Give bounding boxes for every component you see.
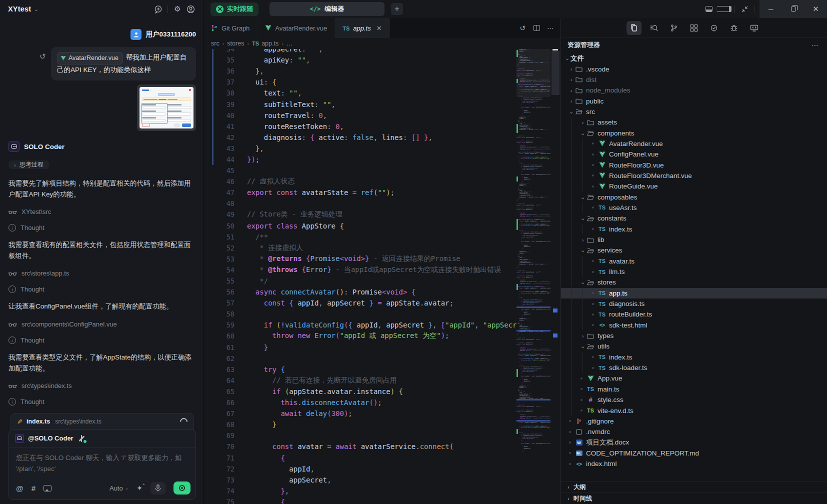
- tree-row-assets[interactable]: ›assets: [561, 117, 827, 128]
- tree-row-avatarrender.vue[interactable]: AvatarRender.vue: [561, 138, 827, 149]
- tree-row-app.ts[interactable]: TSapp.ts: [561, 288, 827, 298]
- tab-avatarrender-vue[interactable]: AvatarRender.vue: [258, 18, 335, 38]
- tree-row-routefloor3d.vue[interactable]: RouteFloor3D.vue: [561, 160, 827, 170]
- microphone-button[interactable]: [150, 482, 166, 494]
- tree-row-app.vue[interactable]: App.vue: [561, 373, 827, 384]
- explorer-icon[interactable]: [626, 21, 642, 35]
- tree-row-index.ts[interactable]: TSindex.ts: [561, 224, 827, 234]
- stop-record-button[interactable]: [174, 482, 190, 494]
- tree-row-dist[interactable]: ›dist: [561, 74, 827, 85]
- tree-section-文件[interactable]: ⌄文件: [561, 53, 827, 64]
- gear-icon[interactable]: ⚙: [171, 2, 184, 16]
- breadcrumb-item[interactable]: …: [286, 40, 293, 47]
- thinking-process-toggle[interactable]: › 思考过程: [8, 160, 49, 169]
- retry-icon[interactable]: ↺: [40, 52, 46, 61]
- line-number: 56: [204, 288, 234, 296]
- tree-row-routebuilder.ts[interactable]: TSrouteBuilder.ts: [561, 309, 827, 320]
- timeline-section[interactable]: › 时间线: [561, 492, 827, 504]
- tree-row-components[interactable]: ⌄components: [561, 128, 827, 138]
- tree-row-stores[interactable]: ⌄stores: [561, 277, 827, 288]
- file-reference[interactable]: src\components\ConfigPanel.vue: [8, 320, 196, 328]
- tab-git-graph[interactable]: Git Graph: [204, 18, 258, 38]
- testing-icon[interactable]: [706, 21, 722, 35]
- restore-button[interactable]: [782, 0, 804, 18]
- line-number: 35: [204, 56, 234, 64]
- code-editor[interactable]: 34 appSecret: "",35 apiKey: "",36 },37 u…: [204, 49, 560, 504]
- tree-row-sdk-loader.ts[interactable]: TSsdk-loader.ts: [561, 362, 827, 373]
- toggle-bottom-panel-button[interactable]: [702, 2, 716, 16]
- tree-row-sdk-test.html[interactable]: <>sdk-test.html: [561, 320, 827, 330]
- tree-row-utils[interactable]: ⌄utils: [561, 341, 827, 352]
- tree-row-index.ts[interactable]: TSindex.ts: [561, 352, 827, 362]
- tree-row-diagnosis.ts[interactable]: TSdiagnosis.ts: [561, 298, 827, 309]
- tree-row-routeguide.vue[interactable]: RouteGuide.vue: [561, 181, 827, 192]
- tree-row-vite-env.d.ts[interactable]: TSvite-env.d.ts: [561, 405, 827, 416]
- tools-icon[interactable]: [78, 434, 86, 442]
- breadcrumb-item[interactable]: src: [211, 40, 220, 47]
- extensions-icon[interactable]: [686, 21, 702, 35]
- debug-icon[interactable]: [726, 21, 742, 35]
- breadcrumb-item[interactable]: TSapp.ts: [252, 40, 278, 47]
- tree-row-composables[interactable]: ⌄composables: [561, 192, 827, 202]
- tree-row-services[interactable]: ⌄services: [561, 245, 827, 256]
- tree-row-src[interactable]: ⌄src: [561, 106, 827, 117]
- ts-icon: TS: [598, 354, 606, 360]
- tree-row-public[interactable]: ›public: [561, 96, 827, 106]
- toggle-right-panel-button[interactable]: [716, 2, 732, 16]
- tree-row-.nvmdrc[interactable]: .nvmdrc: [561, 426, 827, 437]
- file-reference[interactable]: src\types\index.ts: [8, 382, 196, 390]
- new-chat-button[interactable]: [152, 2, 164, 16]
- tree-row-.vscode[interactable]: ›.vscode: [561, 64, 827, 74]
- screenshot-thumbnail[interactable]: [137, 84, 196, 131]
- account-button[interactable]: [184, 2, 197, 16]
- tree-row-useasr.ts[interactable]: TSuseAsr.ts: [561, 202, 827, 213]
- more-actions-icon[interactable]: ⋯: [812, 41, 819, 49]
- close-icon[interactable]: ✕: [376, 24, 382, 32]
- tree-row-avatar.ts[interactable]: TSavatar.ts: [561, 256, 827, 266]
- file-reference[interactable]: src\stores\app.ts: [8, 270, 196, 277]
- editor-mode-pill[interactable]: </> 编辑器: [270, 2, 384, 16]
- breadcrumb-item[interactable]: stores: [227, 40, 244, 47]
- tab-app-ts[interactable]: TSapp.ts✕: [335, 18, 390, 38]
- search-icon[interactable]: [646, 21, 662, 35]
- tree-row-node-modules[interactable]: ›node_modules: [561, 85, 827, 96]
- file-reference[interactable]: XYtest\src: [8, 208, 196, 216]
- tree-row-index.html[interactable]: <>index.html: [561, 458, 827, 469]
- collapse-window-button[interactable]: [737, 2, 752, 16]
- context-hash-button[interactable]: #: [32, 484, 36, 492]
- tree-item-label: RouteFloor3D.vue: [609, 162, 664, 169]
- tree-row-code-optimization-report.md[interactable]: M↓CODE_OPTIMIZATION_REPORT.md: [561, 448, 827, 458]
- history-icon[interactable]: ↺: [516, 22, 528, 34]
- sparkle-icon[interactable]: ✦+: [136, 484, 142, 492]
- live-follow-badge[interactable]: 实时跟随: [210, 2, 258, 16]
- tree-row-lib[interactable]: ›lib: [561, 234, 827, 245]
- minimap[interactable]: appSecret: "", apiKey: "", }, ui: { text…: [516, 49, 550, 504]
- folder-icon: [574, 66, 584, 72]
- outline-section[interactable]: › 大纲: [561, 481, 827, 492]
- scrollbar-thumb[interactable]: [552, 51, 560, 95]
- close-button[interactable]: ✕: [804, 0, 827, 18]
- file-chip[interactable]: AvatarRender.vue: [57, 52, 123, 64]
- tree-row--.docx[interactable]: W项目文档.docx: [561, 437, 827, 448]
- tree-row-types[interactable]: ›types: [561, 330, 827, 341]
- mode-dropdown[interactable]: Auto⌄: [110, 484, 128, 492]
- project-selector[interactable]: XYtest: [8, 5, 31, 13]
- source-control-icon[interactable]: [666, 21, 682, 35]
- tree-row-main.ts[interactable]: TSmain.ts: [561, 384, 827, 394]
- chat-input-placeholder[interactable]: 您正在与 SOLO Coder 聊天，输入 '/' 获取更多能力，如 '/pla…: [9, 448, 196, 482]
- tree-row-configpanel.vue[interactable]: ConfigPanel.vue: [561, 149, 827, 160]
- minimize-button[interactable]: ─: [760, 0, 782, 18]
- editor-scrollbar[interactable]: [550, 49, 560, 504]
- live-preview-icon[interactable]: [746, 21, 762, 35]
- tree-row-llm.ts[interactable]: TSllm.ts: [561, 266, 827, 277]
- attach-image-button[interactable]: [44, 485, 52, 492]
- split-editor-icon[interactable]: [530, 22, 542, 34]
- chat-input-box[interactable]: @SOLO Coder 您正在与 SOLO Coder 聊天，输入 '/' 获取…: [8, 429, 196, 500]
- tree-row-style.css[interactable]: #style.css: [561, 394, 827, 405]
- mention-button[interactable]: @: [16, 484, 24, 492]
- add-tab-button[interactable]: +: [391, 3, 403, 15]
- more-actions-icon[interactable]: ⋯: [544, 22, 556, 34]
- tree-row-constants[interactable]: ⌄constants: [561, 213, 827, 224]
- tree-row-.gitignore[interactable]: .gitignore: [561, 416, 827, 426]
- tree-row-routefloor3dmerchant.vue[interactable]: RouteFloor3DMerchant.vue: [561, 170, 827, 181]
